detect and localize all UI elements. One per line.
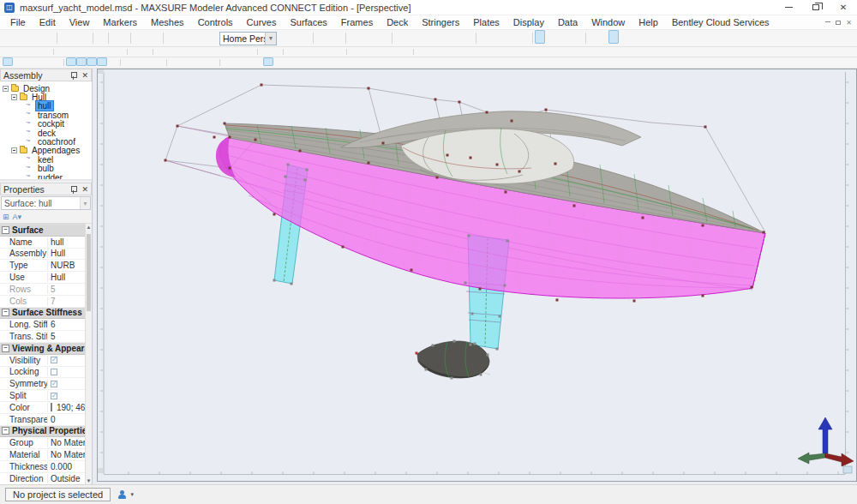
curve-icon[interactable] (566, 30, 576, 46)
tree-item-label[interactable]: Appendages (30, 146, 81, 155)
tree-item-label[interactable]: keel (36, 155, 55, 165)
zoom-out-icon[interactable] (176, 30, 186, 46)
tree-item[interactable]: keel (0, 155, 92, 164)
property-value[interactable] (48, 393, 85, 399)
redo-icon[interactable] (143, 30, 153, 46)
property-value[interactable]: 0 (48, 415, 85, 424)
surface-tool-icon[interactable] (405, 30, 415, 46)
property-value[interactable]: NURB (48, 261, 85, 270)
property-grid-scrollbar[interactable]: ▲ ▼ (85, 224, 92, 484)
sort-alphabetical-icon[interactable]: A▾ (13, 213, 22, 221)
open-icon[interactable] (13, 30, 23, 46)
checkbox-icon[interactable] (51, 393, 57, 399)
toolbar-icon[interactable] (3, 47, 13, 57)
toolbar-icon[interactable] (117, 47, 124, 57)
menu-item[interactable]: File (3, 16, 33, 28)
property-row[interactable]: Symmetry (0, 378, 85, 390)
close-button[interactable]: ✕ (830, 0, 857, 15)
tree-item[interactable]: Appendages (0, 147, 92, 155)
property-row[interactable]: Visibility (0, 355, 85, 367)
toolbar-icon[interactable] (400, 47, 411, 57)
property-row[interactable]: Group No Material (0, 437, 85, 449)
chevron-down-icon[interactable]: ▼ (80, 197, 90, 209)
toolbar-icon[interactable] (243, 57, 253, 68)
overflow-icon[interactable] (629, 30, 636, 46)
overflow-icon[interactable] (121, 30, 128, 46)
menu-item[interactable]: View (63, 16, 97, 28)
property-value[interactable]: No Material (48, 438, 85, 447)
render-icon[interactable] (519, 30, 530, 46)
grid-icon[interactable] (619, 30, 629, 46)
folder-open-icon[interactable] (326, 30, 336, 46)
tree-item[interactable]: rudder (0, 173, 92, 179)
toolbar-icon[interactable] (56, 47, 66, 57)
toolbar-icon[interactable] (196, 47, 207, 57)
toolbar-icon[interactable] (179, 57, 189, 68)
render-icon[interactable] (478, 30, 488, 46)
property-value[interactable]: No Material (48, 450, 85, 459)
checkbox-icon[interactable] (51, 381, 57, 387)
curve-icon[interactable] (545, 30, 555, 46)
toolbar-icon[interactable] (284, 57, 294, 68)
toolbar-icon[interactable] (165, 47, 176, 57)
tree-item-label[interactable]: rudder (36, 173, 64, 179)
toolbar-icon[interactable] (200, 57, 210, 68)
toolbar-icon[interactable] (169, 57, 179, 68)
render-icon[interactable] (509, 30, 519, 46)
toolbar-icon[interactable] (416, 47, 426, 57)
pin-icon[interactable] (70, 185, 77, 194)
menu-item[interactable]: Controls (191, 16, 240, 28)
property-row[interactable]: Type NURB (0, 260, 85, 272)
property-row[interactable]: Viewing & Appearance (0, 343, 85, 355)
home-view-icon[interactable] (290, 30, 300, 46)
toolbar-icon[interactable] (306, 47, 316, 57)
toolbar-icon[interactable] (457, 47, 464, 57)
mdi-restore-icon[interactable] (836, 21, 841, 25)
save-icon[interactable] (33, 30, 44, 46)
property-row[interactable]: Long. Stiff. 6 (0, 319, 85, 331)
select-icon[interactable] (535, 30, 545, 44)
overflow-icon[interactable] (576, 30, 583, 46)
toolbar-icon[interactable] (87, 47, 97, 57)
surface-tool-icon[interactable] (456, 30, 466, 46)
minimize-button[interactable] (775, 0, 802, 15)
toolbar-icon[interactable] (140, 47, 150, 57)
menu-item[interactable]: Display (506, 16, 551, 28)
toolbar-icon[interactable] (294, 57, 301, 68)
property-row[interactable]: Rows 5 (0, 284, 85, 296)
property-row[interactable]: Split (0, 390, 85, 402)
toolbar-icon[interactable] (285, 47, 296, 57)
perspective-viewport[interactable] (93, 69, 857, 484)
print-icon[interactable] (95, 30, 105, 46)
net-icon[interactable] (358, 30, 369, 46)
net-icon[interactable] (379, 30, 389, 46)
toolbar-icon[interactable] (260, 47, 270, 57)
tree-item[interactable]: transom (0, 111, 92, 119)
property-value[interactable]: 190; 46 (48, 403, 85, 412)
property-row[interactable]: Direction Outside (0, 473, 85, 484)
scroll-down-icon[interactable]: ▼ (86, 478, 92, 483)
tree-item-label[interactable]: Hull (30, 93, 48, 102)
web-tools-icon[interactable] (111, 30, 121, 46)
properties-panel-header[interactable]: Properties ✕ (0, 183, 92, 195)
property-row[interactable]: Name hull (0, 237, 85, 249)
grid-icon[interactable] (598, 30, 608, 46)
menu-item[interactable]: Meshes (144, 16, 191, 28)
mdi-minimize-icon[interactable] (825, 21, 830, 22)
overflow-icon[interactable] (466, 30, 473, 46)
paste-icon[interactable] (80, 30, 90, 46)
toolbar-icon[interactable] (44, 47, 51, 57)
checkbox-icon[interactable] (51, 369, 57, 375)
toolbar-icon[interactable] (248, 47, 255, 57)
toolbar-icon[interactable] (33, 47, 44, 57)
toolbar-icon[interactable] (253, 57, 263, 68)
toolbar-icon[interactable] (296, 47, 306, 57)
toolbar-icon[interactable] (153, 57, 164, 68)
toolbar-icon[interactable] (263, 57, 273, 66)
tree-item[interactable]: cockpit (0, 120, 92, 129)
toolbar-icon[interactable] (349, 47, 359, 57)
menu-item[interactable]: Stringers (415, 16, 466, 28)
menu-item[interactable]: Plates (466, 16, 506, 28)
property-row[interactable]: Transparency 0 (0, 414, 85, 426)
surface-tool-icon[interactable] (415, 30, 425, 46)
